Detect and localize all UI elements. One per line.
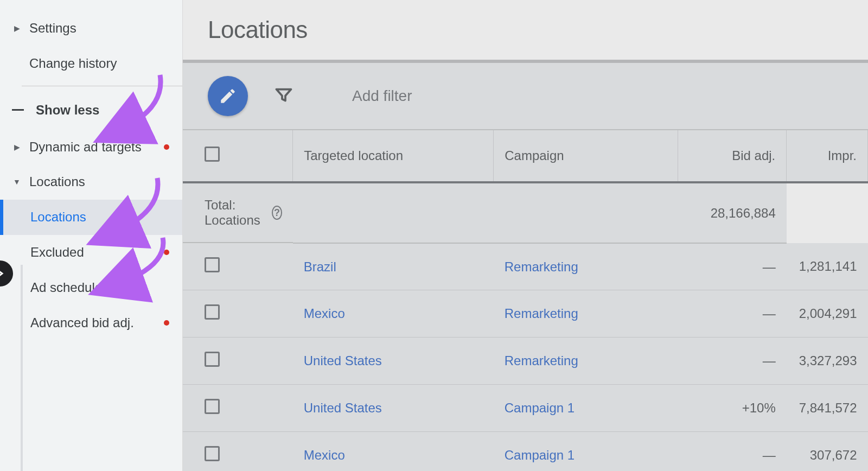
row-impr-cell: 3,327,293 (787, 338, 868, 385)
row-location-cell: Mexico (293, 290, 494, 338)
pencil-icon (219, 87, 237, 105)
select-all-header (183, 130, 293, 182)
row-campaign-cell: Campaign 1 (494, 385, 678, 432)
col-bid-adj[interactable]: Bid adj. (678, 130, 787, 182)
row-location-cell: Brazil (293, 243, 494, 290)
row-checkbox[interactable] (205, 352, 220, 367)
table-total-row: Total: Locations ? 28,166,884 (183, 182, 868, 243)
row-checkbox[interactable] (205, 257, 220, 272)
row-campaign-cell: Remarketing (494, 338, 678, 385)
total-impr-cell: 28,166,884 (678, 182, 787, 243)
row-bid-cell: +10% (678, 385, 787, 432)
row-bid-cell: — (678, 338, 787, 385)
table-row: United StatesRemarketing—3,327,293 (183, 338, 868, 385)
sidebar-subitem-ad-schedule[interactable]: Ad schedule (0, 270, 182, 305)
row-checkbox-cell (183, 338, 293, 385)
sidebar: ▶ Settings Change history Show less ▶ Dy… (0, 0, 183, 471)
filter-button[interactable] (274, 85, 293, 107)
row-bid-cell: — (678, 290, 787, 338)
notification-dot-icon (164, 320, 169, 326)
table-row: MexicoCampaign 1—307,672 (183, 432, 868, 472)
location-link[interactable]: United States (304, 400, 382, 415)
main-content: Locations Add filter Targeted location C… (183, 0, 868, 471)
edit-fab-button[interactable] (208, 76, 248, 116)
row-bid-cell: — (678, 432, 787, 472)
row-campaign-cell: Campaign 1 (494, 432, 678, 472)
table-header-row: Targeted location Campaign Bid adj. Impr… (183, 130, 868, 182)
row-impr-cell: 2,004,291 (787, 290, 868, 338)
row-campaign-cell: Remarketing (494, 290, 678, 338)
sidebar-subitem-locations[interactable]: Locations (0, 200, 182, 235)
sidebar-item-locations[interactable]: ▼ Locations (0, 164, 182, 200)
help-icon[interactable]: ? (272, 206, 282, 220)
col-targeted-location[interactable]: Targeted location (293, 130, 494, 182)
row-checkbox[interactable] (205, 304, 220, 320)
caret-right-icon: ▶ (12, 143, 22, 152)
campaign-link[interactable]: Remarketing (505, 353, 578, 368)
total-bid-cell (494, 182, 678, 243)
campaign-link[interactable]: Remarketing (505, 259, 578, 274)
sidebar-subitem-excluded[interactable]: Excluded (0, 235, 182, 270)
location-link[interactable]: United States (304, 353, 382, 368)
sidebar-item-label: Advanced bid adj. (30, 315, 158, 331)
campaign-link[interactable]: Campaign 1 (505, 448, 575, 462)
sidebar-item-label: Locations (29, 174, 169, 190)
caret-right-icon: ▶ (12, 24, 22, 33)
sidebar-item-label: Dynamic ad targets (29, 139, 158, 155)
sidebar-subitem-advanced-bid-adj[interactable]: Advanced bid adj. (0, 305, 182, 341)
total-label-cell: Total: Locations ? (183, 183, 293, 243)
show-less-label: Show less (36, 103, 99, 118)
add-filter-button[interactable]: Add filter (352, 87, 412, 105)
sidebar-item-settings[interactable]: ▶ Settings (0, 11, 182, 46)
total-label: Total: Locations (205, 198, 264, 228)
locations-table: Targeted location Campaign Bid adj. Impr… (183, 130, 868, 471)
table-row: United StatesCampaign 1+10%7,841,572 (183, 385, 868, 432)
row-location-cell: United States (293, 338, 494, 385)
sidebar-item-change-history[interactable]: Change history (0, 46, 182, 81)
total-campaign-cell (293, 182, 494, 243)
table-row: BrazilRemarketing—1,281,141 (183, 243, 868, 290)
notification-dot-icon (164, 250, 169, 255)
row-checkbox[interactable] (205, 446, 220, 461)
location-link[interactable]: Mexico (304, 448, 345, 462)
notification-dot-icon (164, 144, 169, 150)
sidebar-item-label: Settings (29, 21, 169, 36)
toolbar: Add filter (183, 60, 868, 130)
sidebar-item-dynamic-ad-targets[interactable]: ▶ Dynamic ad targets (0, 130, 182, 165)
campaign-link[interactable]: Remarketing (505, 306, 578, 321)
row-impr-cell: 1,281,141 (787, 243, 868, 290)
divider (22, 86, 182, 86)
sidebar-item-label: Change history (29, 56, 169, 72)
row-checkbox[interactable] (205, 399, 220, 414)
filter-icon (274, 85, 293, 105)
location-link[interactable]: Brazil (304, 259, 336, 274)
row-impr-cell: 7,841,572 (787, 385, 868, 432)
row-checkbox-cell (183, 385, 293, 432)
sidebar-item-label: Locations (30, 209, 169, 225)
location-link[interactable]: Mexico (304, 306, 345, 321)
row-checkbox-cell (183, 290, 293, 338)
row-location-cell: Mexico (293, 432, 494, 472)
col-campaign[interactable]: Campaign (494, 130, 678, 182)
table-row: MexicoRemarketing—2,004,291 (183, 290, 868, 338)
sidebar-item-label: Excluded (30, 245, 158, 260)
row-checkbox-cell (183, 243, 293, 290)
row-location-cell: United States (293, 385, 494, 432)
page-title: Locations (183, 0, 868, 60)
select-all-checkbox[interactable] (205, 147, 220, 162)
show-less-toggle[interactable]: Show less (0, 91, 182, 130)
row-checkbox-cell (183, 432, 293, 472)
minus-icon (12, 109, 24, 111)
col-impr[interactable]: Impr. (787, 130, 868, 182)
caret-down-icon: ▼ (12, 177, 22, 187)
campaign-link[interactable]: Campaign 1 (505, 400, 575, 415)
sidebar-item-label: Ad schedule (30, 280, 169, 296)
row-bid-cell: — (678, 243, 787, 290)
row-campaign-cell: Remarketing (494, 243, 678, 290)
row-impr-cell: 307,672 (787, 432, 868, 472)
